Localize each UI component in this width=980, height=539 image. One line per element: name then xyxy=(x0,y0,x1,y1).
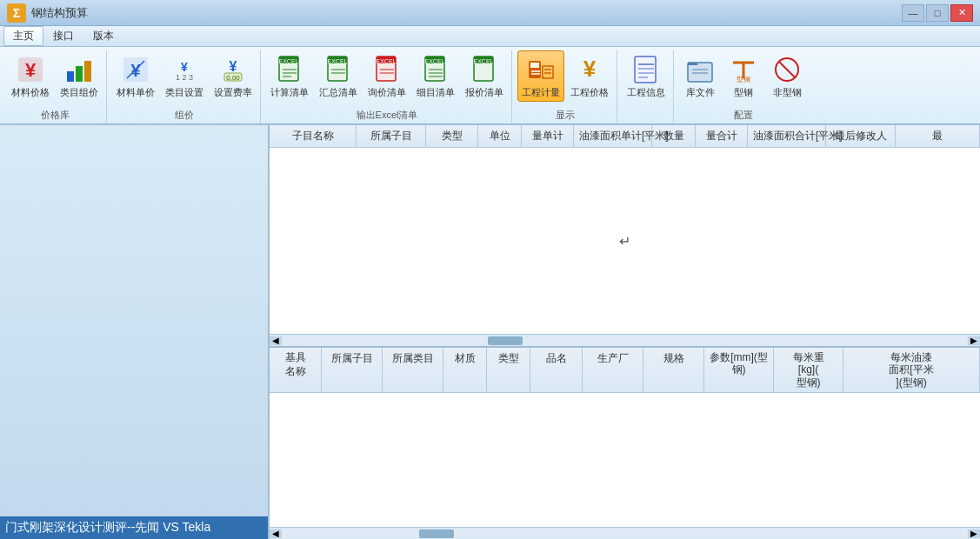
svg-text:¥: ¥ xyxy=(25,59,37,81)
category-group-price-icon xyxy=(63,54,95,85)
toolbar-btn-category-group-price[interactable]: 类目组价 xyxy=(56,50,103,102)
top-table-hscroll[interactable]: ◀ ▶ xyxy=(270,334,980,346)
toolbar-group-price-library-label: 价格库 xyxy=(41,109,70,123)
bottom-table-header: 基具名称 所属子目 所属类目 材质 类型 品名 生产厂 规格 参数[mm](型钢… xyxy=(270,348,980,393)
section-steel-icon: 型钢 xyxy=(728,54,759,85)
svg-text:¥: ¥ xyxy=(230,59,237,74)
th-last-col: 最 xyxy=(896,125,980,147)
bottom-table-hscroll[interactable]: ◀ ▶ xyxy=(270,527,980,539)
bscroll-right-btn[interactable]: ▶ xyxy=(968,529,980,538)
bth-product-name: 品名 xyxy=(530,348,583,392)
bscroll-thumb[interactable] xyxy=(419,529,454,538)
menu-item-home[interactable]: 主页 xyxy=(3,26,43,46)
minimize-button[interactable]: — xyxy=(902,4,924,22)
project-calc-label: 工程计量 xyxy=(522,87,560,98)
svg-rect-51 xyxy=(688,63,712,82)
toolbar-btn-material-unit-price[interactable]: ¥ 材料单价 xyxy=(112,50,159,102)
th-paint-area-total: 油漆面积合计[平米] xyxy=(748,125,826,147)
toolbar-group-config: 库文件 型钢 型钢 非型 xyxy=(676,50,811,123)
bth-belongs-item: 所属子目 xyxy=(322,348,383,392)
th-item-name: 子目名称 xyxy=(270,125,357,147)
library-file-icon xyxy=(684,54,716,85)
th-paint-area-unit: 油漆面积单计[平米] xyxy=(574,125,652,147)
toolbar-btn-project-calc[interactable]: 工程计量 xyxy=(517,50,564,102)
th-type: 类型 xyxy=(426,125,478,147)
non-section-steel-icon xyxy=(771,54,803,85)
set-rate-label: 设置费率 xyxy=(214,87,252,98)
toolbar-btn-detail-list[interactable]: EXCEL 细目清单 xyxy=(412,50,459,102)
material-unit-price-label: 材料单价 xyxy=(117,87,155,98)
title-bar: Σ 钢结构预算 — □ ✕ xyxy=(0,0,980,26)
menu-bar: 主页 接口 版本 xyxy=(0,26,980,47)
cursor-arrow: ↵ xyxy=(619,233,630,250)
title-bar-left: Σ 钢结构预算 xyxy=(7,3,88,23)
quote-list-icon: EXCEL xyxy=(371,54,403,85)
toolbar-btn-material-price[interactable]: ¥ 材料价格 xyxy=(7,50,54,102)
toolbar-group-price-library: ¥ 材料价格 类目组价 价格库 xyxy=(3,50,107,123)
toolbar-btn-library-file[interactable]: 库文件 xyxy=(679,50,721,102)
bth-spec: 规格 xyxy=(643,348,704,392)
quote-list-label: 询价清单 xyxy=(368,87,406,98)
toolbar-group-composition-label: 组价 xyxy=(175,109,194,123)
toolbar-group-display-items: 工程计量 ¥ 工程价格 xyxy=(517,50,613,109)
bth-params: 参数[mm](型钢) xyxy=(704,348,774,392)
category-setting-icon: ¥ 1 2 3 xyxy=(169,54,200,85)
th-unit: 单位 xyxy=(478,125,522,147)
th-qty-total: 量合计 xyxy=(696,125,748,147)
bottom-table-area: 基具名称 所属子目 所属类目 材质 类型 品名 生产厂 规格 参数[mm](型钢… xyxy=(270,348,980,539)
th-qty: 数量 xyxy=(652,125,696,147)
report-list-label: 报价清单 xyxy=(465,87,503,98)
toolbar-btn-section-steel[interactable]: 型钢 型钢 xyxy=(723,50,764,102)
toolbar-btn-non-section-steel[interactable]: 非型钢 xyxy=(766,50,808,102)
bscroll-left-btn[interactable]: ◀ xyxy=(270,529,282,538)
top-table-header: 子目名称 所属子目 类型 单位 量单计 油漆面积单计[平米] 数量 量合计 油漆… xyxy=(270,125,980,148)
material-price-label: 材料价格 xyxy=(11,87,50,98)
bscroll-track[interactable] xyxy=(283,529,967,538)
svg-text:¥: ¥ xyxy=(583,56,597,82)
svg-text:1 2 3: 1 2 3 xyxy=(176,73,193,82)
hscroll-track[interactable] xyxy=(283,336,967,345)
svg-text:¥: ¥ xyxy=(181,60,188,74)
category-group-price-label: 类目组价 xyxy=(60,87,98,98)
app-logo: Σ xyxy=(7,3,26,23)
top-table-content[interactable]: ↵ xyxy=(270,148,980,334)
material-price-icon: ¥ xyxy=(15,54,46,85)
toolbar-btn-project-info[interactable]: 工程信息 xyxy=(623,50,670,102)
svg-rect-3 xyxy=(76,66,83,82)
svg-text:EXCEL: EXCEL xyxy=(328,58,348,64)
th-belongs-item: 所属子目 xyxy=(357,125,426,147)
close-button[interactable]: ✕ xyxy=(950,4,973,22)
svg-rect-46 xyxy=(635,57,656,83)
menu-item-version[interactable]: 版本 xyxy=(83,26,123,46)
project-price-label: 工程价格 xyxy=(570,87,609,98)
detail-list-icon: EXCEL xyxy=(420,54,451,85)
toolbar-btn-quote-list[interactable]: EXCEL 询价清单 xyxy=(363,50,410,102)
svg-text:EXCEL: EXCEL xyxy=(377,58,397,64)
app-title: 钢结构预算 xyxy=(31,5,88,21)
toolbar-btn-category-setting[interactable]: ¥ 1 2 3 类目设置 xyxy=(161,50,208,102)
hscroll-left-btn[interactable]: ◀ xyxy=(270,336,282,345)
bth-paint-per-m: 每米油漆面积[平米](型钢) xyxy=(843,348,980,392)
toolbar-btn-report-list[interactable]: EXCEL 报价清单 xyxy=(461,50,508,102)
toolbar-group-composition: ¥ 材料单价 ¥ 1 2 3 类目设置 ¥ xyxy=(109,50,261,123)
toolbar-btn-project-price[interactable]: ¥ 工程价格 xyxy=(566,50,613,102)
bth-belongs-category: 所属类目 xyxy=(383,348,443,392)
toolbar-btn-set-rate[interactable]: ¥ 0.00 设置费率 xyxy=(210,50,257,102)
bth-type: 类型 xyxy=(487,348,530,392)
toolbar-btn-summary-list[interactable]: EXCEL 汇总清单 xyxy=(315,50,362,102)
toolbar-group-excel-output-items: EXCEL 计算清单 EXCEL xyxy=(266,50,508,109)
hscroll-thumb[interactable] xyxy=(488,336,523,345)
toolbar-btn-calc-list[interactable]: EXCEL 计算清单 xyxy=(266,50,313,102)
th-last-modifier: 最后修改人 xyxy=(826,125,896,147)
svg-text:EXCEL: EXCEL xyxy=(279,58,299,64)
restore-button[interactable]: □ xyxy=(926,4,949,22)
detail-list-label: 细目清单 xyxy=(417,87,455,98)
toolbar-group-excel-label: 输出Excel清单 xyxy=(357,109,418,123)
top-table-area: 子目名称 所属子目 类型 单位 量单计 油漆面积单计[平米] 数量 量合计 油漆… xyxy=(270,125,980,348)
hscroll-right-btn[interactable]: ▶ xyxy=(968,336,980,345)
svg-rect-2 xyxy=(67,71,74,82)
right-panel: 子目名称 所属子目 类型 单位 量单计 油漆面积单计[平米] 数量 量合计 油漆… xyxy=(270,125,980,539)
menu-item-interface[interactable]: 接口 xyxy=(43,26,83,46)
material-unit-price-icon: ¥ xyxy=(120,54,151,85)
toolbar-group-excel-output: EXCEL 计算清单 EXCEL xyxy=(263,50,512,123)
